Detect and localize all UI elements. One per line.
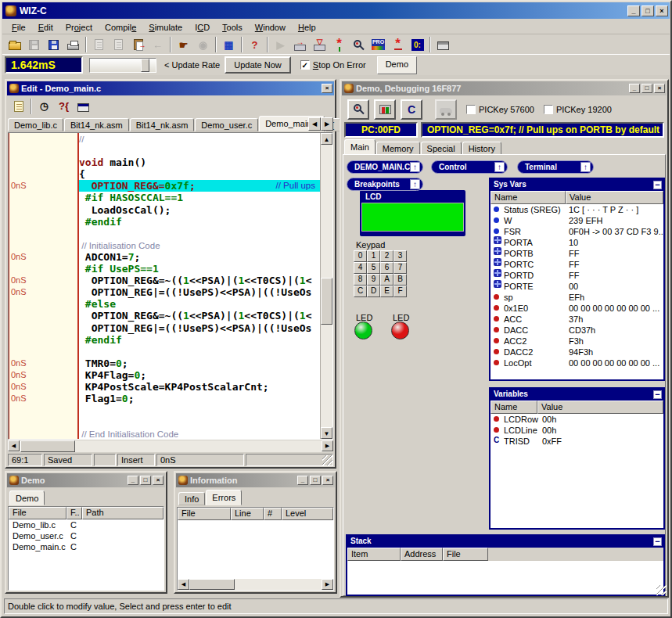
pro-mode-button[interactable]: PRO: [368, 36, 388, 54]
menu-item-compile[interactable]: Compile: [99, 21, 142, 34]
keypad-key-8[interactable]: 8: [354, 274, 367, 286]
tab-errors[interactable]: Errors: [206, 490, 242, 505]
debug-resize-grip[interactable]: [656, 585, 667, 595]
variable-row[interactable]: Status (SREG)1C [ · · · T P Z · · ]: [491, 204, 663, 215]
new-page-button[interactable]: [89, 36, 109, 54]
keypad-key-0[interactable]: 0: [354, 250, 367, 262]
context-help-button[interactable]: ?{: [54, 97, 74, 115]
debug-tab-special[interactable]: Special: [421, 142, 462, 155]
sys-vars-header[interactable]: Sys Vars −: [491, 179, 663, 191]
pickey-57600-checkbox[interactable]: [466, 105, 476, 114]
main-title-bar[interactable]: WIZ-C _ □ ×: [2, 2, 670, 19]
debug-maximize-button[interactable]: □: [641, 84, 652, 93]
paste-button[interactable]: [128, 36, 148, 54]
debug-tab-main[interactable]: Main: [344, 139, 376, 155]
variable-row[interactable]: W239 EFH: [491, 215, 663, 226]
drive-button[interactable]: [435, 99, 457, 120]
window-toggle-button[interactable]: [433, 36, 453, 54]
editor-tab-1[interactable]: Bit14_nk.asm: [64, 118, 129, 131]
keypad-key-b[interactable]: B: [393, 274, 407, 286]
scroll-up-button[interactable]: ▲: [321, 133, 332, 145]
keypad-key-f[interactable]: F: [393, 286, 407, 297]
editor-tab-2[interactable]: Bit14_nk.asm: [130, 118, 195, 131]
slider-thumb[interactable]: [141, 59, 149, 72]
open-button[interactable]: [5, 36, 24, 54]
variable-row[interactable]: PORTDFF: [491, 270, 663, 281]
go-to-breakpoint-button[interactable]: *: [329, 36, 349, 54]
variables-minimize-button[interactable]: −: [653, 390, 662, 399]
print-button[interactable]: [63, 36, 83, 54]
menu-item-simulate[interactable]: Simulate: [142, 21, 189, 34]
keypad-key-9[interactable]: 9: [367, 274, 380, 286]
editor-vertical-scrollbar[interactable]: ▲ ▼: [320, 133, 332, 439]
find-execution-button[interactable]: [349, 36, 368, 54]
menu-item-help[interactable]: Help: [292, 21, 322, 34]
variable-row[interactable]: LCDRow00h: [491, 414, 663, 425]
update-rate-slider[interactable]: [89, 58, 156, 73]
keypad-key-5[interactable]: 5: [367, 262, 380, 274]
keypad-key-e[interactable]: E: [380, 286, 393, 297]
horizontal-scroll-thumb[interactable]: [20, 440, 75, 452]
tab-scroll-left-button[interactable]: ◀: [308, 117, 321, 131]
variable-row[interactable]: PORTCFF: [491, 259, 663, 270]
debug-minimize-button[interactable]: _: [629, 84, 640, 93]
sys-vars-minimize-button[interactable]: −: [653, 181, 662, 189]
save-as-button[interactable]: [44, 36, 63, 54]
tab-scroll-right-button[interactable]: ▶: [321, 117, 333, 131]
scroll-thumb[interactable]: [189, 579, 235, 590]
menu-item-edit[interactable]: Edit: [32, 21, 59, 34]
connect-button[interactable]: [374, 99, 396, 120]
tab-info[interactable]: Info: [178, 492, 205, 505]
menu-item-file[interactable]: File: [5, 21, 32, 34]
variable-row[interactable]: 0x1E000 00 00 00 00 00 00 ...: [491, 303, 663, 314]
variable-row[interactable]: PORTBFF: [491, 248, 663, 259]
menu-item-window[interactable]: Window: [249, 21, 292, 34]
keypad-key-6[interactable]: 6: [380, 262, 393, 274]
editor-tab-3[interactable]: Demo_user.c: [195, 118, 258, 131]
run-button[interactable]: ▶: [271, 36, 290, 54]
undo-button[interactable]: ←: [148, 36, 167, 54]
keypad-key-3[interactable]: 3: [393, 250, 407, 262]
panel-button-breakpoints[interactable]: Breakpoints↑: [347, 178, 423, 191]
variable-row[interactable]: PORTA10: [491, 237, 663, 248]
menu-item-project[interactable]: Project: [59, 21, 99, 34]
pickey-19200-checkbox[interactable]: [544, 105, 553, 114]
information-minimize-button[interactable]: _: [297, 476, 308, 485]
edit-title-bar[interactable]: Edit - Demo_main.c ×: [7, 81, 334, 95]
reset-button[interactable]: *: [388, 36, 408, 54]
zoom-button[interactable]: [347, 99, 369, 120]
project-file-row[interactable]: Demo_lib.cC: [9, 519, 164, 530]
project-tab[interactable]: Demo: [9, 490, 45, 505]
panel-button-demo-main-c[interactable]: DEMO_MAIN.C↑: [347, 160, 423, 174]
debug-tab-history[interactable]: History: [462, 142, 501, 155]
scroll-left-button[interactable]: ◀: [8, 440, 20, 451]
project-title-bar[interactable]: Demo _ □ ×: [7, 473, 165, 487]
project-file-row[interactable]: Demo_user.cC: [9, 530, 164, 541]
menu-item-tools[interactable]: Tools: [216, 21, 249, 34]
variables-header[interactable]: Variables −: [491, 389, 663, 401]
keypad-key-1[interactable]: 1: [367, 250, 380, 262]
save-button[interactable]: [24, 36, 44, 54]
variable-row[interactable]: DACC294F3h: [491, 347, 663, 358]
web-button[interactable]: ◉: [193, 36, 213, 54]
step-into-button[interactable]: →: [290, 36, 310, 54]
variable-row[interactable]: CTRISD0xFF: [491, 436, 663, 447]
editor-tab-0[interactable]: Demo_lib.c: [8, 118, 63, 131]
scroll-right-button[interactable]: ▶: [322, 440, 333, 451]
project-minimize-button[interactable]: _: [128, 476, 138, 485]
variable-row[interactable]: LCDLine00h: [491, 425, 663, 436]
stack-header[interactable]: Stack −: [347, 536, 663, 548]
copy-notes-button[interactable]: [9, 97, 28, 115]
c-source-button[interactable]: C: [401, 99, 422, 120]
keypad-key-d[interactable]: D: [367, 286, 380, 297]
copy-page-button[interactable]: [109, 36, 128, 54]
debug-tab-memory[interactable]: Memory: [376, 142, 420, 155]
minimize-button[interactable]: _: [627, 5, 640, 16]
scroll-right-button[interactable]: ▶: [322, 579, 333, 590]
variable-row[interactable]: FSR0F0H -> 00 37 CD F3 9...: [491, 226, 663, 237]
information-maximize-button[interactable]: □: [310, 476, 321, 485]
errors-horizontal-scrollbar[interactable]: ◀ ▶: [178, 579, 333, 590]
keypad-key-2[interactable]: 2: [380, 250, 393, 262]
stop-on-error-checkbox[interactable]: ✓: [300, 60, 310, 70]
keypad-key-a[interactable]: A: [380, 274, 393, 286]
